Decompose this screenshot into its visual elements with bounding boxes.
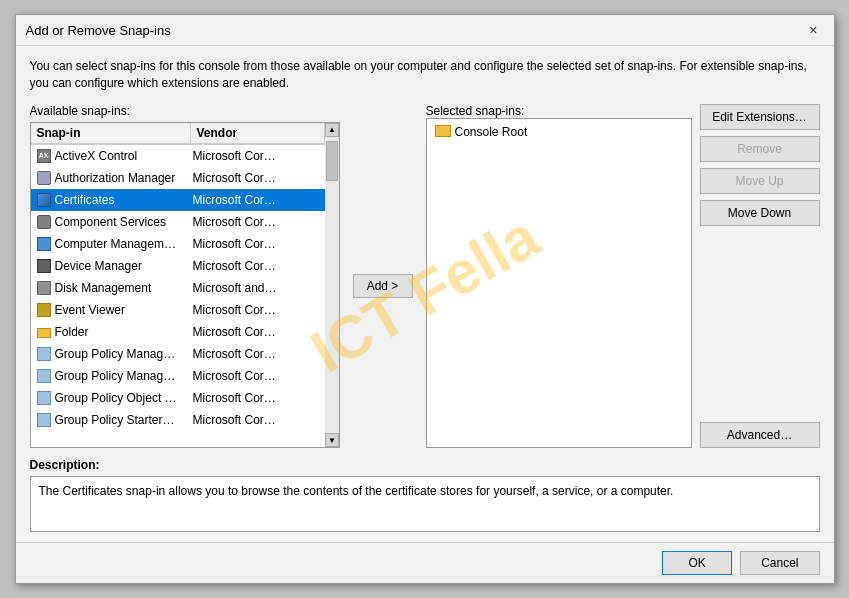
row-icon bbox=[35, 345, 53, 363]
description-label: Description: bbox=[30, 458, 820, 472]
remove-button[interactable]: Remove bbox=[700, 136, 820, 162]
row-name: Group Policy Starter… bbox=[55, 413, 193, 427]
table-row[interactable]: AX ActiveX Control Microsoft Cor… bbox=[31, 145, 325, 167]
advanced-button[interactable]: Advanced… bbox=[700, 422, 820, 448]
row-vendor: Microsoft Cor… bbox=[193, 259, 325, 273]
row-icon bbox=[35, 323, 53, 341]
table-header: Snap-in Vendor bbox=[31, 123, 325, 145]
row-name: Device Manager bbox=[55, 259, 193, 273]
cancel-button[interactable]: Cancel bbox=[740, 551, 819, 575]
row-vendor: Microsoft Cor… bbox=[193, 237, 325, 251]
row-vendor: Microsoft Cor… bbox=[193, 369, 325, 383]
dialog-footer: OK Cancel bbox=[16, 542, 834, 583]
right-area: Selected snap-ins: Console Root Edit Ext… bbox=[426, 104, 820, 448]
scroll-track bbox=[325, 137, 339, 433]
row-vendor: Microsoft and… bbox=[193, 281, 325, 295]
row-icon bbox=[35, 301, 53, 319]
main-area: Available snap-ins: Snap-in Vendor AX Ac… bbox=[30, 104, 820, 448]
row-vendor: Microsoft Cor… bbox=[193, 149, 325, 163]
row-vendor: Microsoft Cor… bbox=[193, 391, 325, 405]
row-name: Disk Management bbox=[55, 281, 193, 295]
table-row[interactable]: Group Policy Object … Microsoft Cor… bbox=[31, 387, 325, 409]
description-section: Description: The Certificates snap-in al… bbox=[30, 458, 820, 532]
table-row[interactable]: Disk Management Microsoft and… bbox=[31, 277, 325, 299]
description-box: The Certificates snap-in allows you to b… bbox=[30, 476, 820, 532]
table-row[interactable]: Authorization Manager Microsoft Cor… bbox=[31, 167, 325, 189]
row-name: Event Viewer bbox=[55, 303, 193, 317]
btn-panel: Edit Extensions… Remove Move Up Move Dow… bbox=[700, 104, 820, 448]
row-vendor: Microsoft Cor… bbox=[193, 325, 325, 339]
scroll-thumb[interactable] bbox=[326, 141, 338, 181]
col-header-snapin: Snap-in bbox=[31, 123, 191, 144]
col-header-vendor: Vendor bbox=[191, 123, 325, 144]
row-vendor: Microsoft Cor… bbox=[193, 171, 325, 185]
row-vendor: Microsoft Cor… bbox=[193, 413, 325, 427]
row-name: ActiveX Control bbox=[55, 149, 193, 163]
middle-panel: Add > bbox=[348, 104, 418, 448]
folder-icon bbox=[435, 125, 451, 140]
snapin-rows: AX ActiveX Control Microsoft Cor… Author… bbox=[31, 145, 325, 431]
row-name: Group Policy Manag… bbox=[55, 347, 193, 361]
row-icon bbox=[35, 191, 53, 209]
add-button[interactable]: Add > bbox=[353, 274, 413, 298]
row-icon: AX bbox=[35, 147, 53, 165]
selected-item: Console Root bbox=[431, 123, 687, 142]
scrollbar: ▲ ▼ bbox=[325, 123, 339, 447]
snapin-table[interactable]: Snap-in Vendor AX ActiveX Control Micros… bbox=[31, 123, 325, 447]
row-icon bbox=[35, 169, 53, 187]
row-name: Certificates bbox=[55, 193, 193, 207]
snapin-table-container: Snap-in Vendor AX ActiveX Control Micros… bbox=[30, 122, 340, 448]
selected-snapins-label: Selected snap-ins: bbox=[426, 104, 692, 118]
row-icon bbox=[35, 411, 53, 429]
move-down-button[interactable]: Move Down bbox=[700, 200, 820, 226]
edit-extensions-button[interactable]: Edit Extensions… bbox=[700, 104, 820, 130]
dialog-title: Add or Remove Snap-ins bbox=[26, 23, 171, 38]
intro-text: You can select snap-ins for this console… bbox=[30, 58, 820, 92]
row-name: Computer Managem… bbox=[55, 237, 193, 251]
close-button[interactable]: × bbox=[803, 21, 823, 39]
table-row[interactable]: Group Policy Manag… Microsoft Cor… bbox=[31, 365, 325, 387]
row-name: Authorization Manager bbox=[55, 171, 193, 185]
row-name: Folder bbox=[55, 325, 193, 339]
row-icon bbox=[35, 213, 53, 231]
row-name: Group Policy Manag… bbox=[55, 369, 193, 383]
row-icon bbox=[35, 389, 53, 407]
table-row[interactable]: Event Viewer Microsoft Cor… bbox=[31, 299, 325, 321]
row-icon bbox=[35, 367, 53, 385]
table-row[interactable]: Folder Microsoft Cor… bbox=[31, 321, 325, 343]
scroll-down-arrow[interactable]: ▼ bbox=[325, 433, 339, 447]
row-vendor: Microsoft Cor… bbox=[193, 347, 325, 361]
row-vendor: Microsoft Cor… bbox=[193, 215, 325, 229]
table-row[interactable]: Computer Managem… Microsoft Cor… bbox=[31, 233, 325, 255]
table-row[interactable]: Component Services Microsoft Cor… bbox=[31, 211, 325, 233]
row-icon bbox=[35, 279, 53, 297]
row-icon bbox=[35, 235, 53, 253]
ok-button[interactable]: OK bbox=[662, 551, 732, 575]
row-name: Group Policy Object … bbox=[55, 391, 193, 405]
dialog-body: ICT Fella You can select snap-ins for th… bbox=[16, 46, 834, 542]
table-row[interactable]: Certificates Microsoft Cor… bbox=[31, 189, 325, 211]
available-snapins-label: Available snap-ins: bbox=[30, 104, 340, 118]
row-vendor: Microsoft Cor… bbox=[193, 303, 325, 317]
row-vendor: Microsoft Cor… bbox=[193, 193, 325, 207]
selected-section: Selected snap-ins: Console Root bbox=[426, 104, 692, 448]
table-row[interactable]: Group Policy Manag… Microsoft Cor… bbox=[31, 343, 325, 365]
move-up-button[interactable]: Move Up bbox=[700, 168, 820, 194]
left-panel: Available snap-ins: Snap-in Vendor AX Ac… bbox=[30, 104, 340, 448]
title-bar: Add or Remove Snap-ins × bbox=[16, 15, 834, 46]
row-icon bbox=[35, 257, 53, 275]
table-row[interactable]: Device Manager Microsoft Cor… bbox=[31, 255, 325, 277]
selected-list[interactable]: Console Root bbox=[426, 118, 692, 448]
row-name: Component Services bbox=[55, 215, 193, 229]
scroll-up-arrow[interactable]: ▲ bbox=[325, 123, 339, 137]
main-dialog: Add or Remove Snap-ins × ICT Fella You c… bbox=[15, 14, 835, 584]
selected-item-name: Console Root bbox=[455, 125, 528, 139]
table-row[interactable]: Group Policy Starter… Microsoft Cor… bbox=[31, 409, 325, 431]
